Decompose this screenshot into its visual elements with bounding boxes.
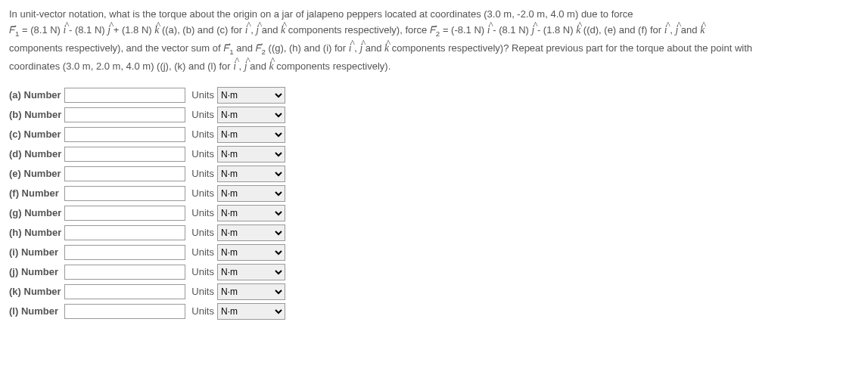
units-select[interactable]: N·m: [217, 87, 285, 104]
j-hat: j: [675, 22, 678, 39]
answer-row: (h) Number Units N·m: [9, 224, 290, 241]
vector-F1: F: [9, 24, 15, 36]
row-label: (c) Number: [9, 126, 64, 143]
i-hat: i: [664, 22, 667, 39]
k-hat: k: [384, 40, 389, 57]
j-hat: j: [107, 22, 110, 39]
answer-row: (b) Number Units N·m: [9, 107, 290, 123]
row-label: (j) Number: [9, 264, 64, 280]
units-label: Units: [190, 107, 217, 123]
units-select[interactable]: N·m: [217, 224, 285, 241]
units-select[interactable]: N·m: [217, 205, 285, 221]
units-select[interactable]: N·m: [217, 146, 285, 163]
answer-row: (g) Number Units N·m: [9, 205, 290, 221]
answer-row: (l) Number Units N·m: [9, 303, 290, 320]
i-hat: i: [349, 40, 352, 57]
answer-row: (e) Number Units N·m: [9, 166, 290, 182]
number-input[interactable]: [64, 284, 185, 299]
vector-F2: F: [430, 24, 436, 36]
units-select[interactable]: N·m: [217, 166, 285, 182]
answer-row: (j) Number Units N·m: [9, 264, 290, 280]
row-label: (l) Number: [9, 303, 64, 320]
number-input[interactable]: [64, 206, 185, 221]
units-label: Units: [190, 166, 217, 182]
units-select[interactable]: N·m: [217, 303, 285, 320]
i-hat: i: [64, 22, 67, 39]
vector-F1: F: [223, 42, 229, 54]
row-label: (a) Number: [9, 87, 64, 104]
answer-row: (c) Number Units N·m: [9, 126, 290, 143]
units-label: Units: [190, 303, 217, 320]
number-input[interactable]: [64, 127, 185, 142]
units-select[interactable]: N·m: [217, 185, 285, 202]
vector-F2: F: [256, 42, 262, 54]
k-hat: k: [700, 22, 705, 39]
row-label: (g) Number: [9, 205, 64, 221]
row-label: (b) Number: [9, 107, 64, 123]
number-input[interactable]: [64, 245, 185, 260]
number-input[interactable]: [64, 166, 185, 181]
units-label: Units: [190, 264, 217, 280]
units-label: Units: [190, 244, 217, 261]
units-label: Units: [190, 205, 217, 221]
i-hat: i: [245, 22, 248, 39]
units-label: Units: [190, 185, 217, 202]
k-hat: k: [576, 22, 580, 39]
units-select[interactable]: N·m: [217, 264, 285, 280]
number-input[interactable]: [64, 265, 185, 280]
j-hat: j: [244, 58, 247, 76]
number-input[interactable]: [64, 304, 185, 319]
units-label: Units: [190, 87, 217, 104]
question-text: In unit-vector notation, what is the tor…: [9, 6, 859, 75]
row-label: (k) Number: [9, 283, 64, 300]
row-label: (f) Number: [9, 185, 64, 202]
answer-grid: (a) Number Units N·m (b) Number Units N·…: [9, 84, 290, 323]
answer-row: (f) Number Units N·m: [9, 185, 290, 202]
number-input[interactable]: [64, 88, 185, 103]
units-label: Units: [190, 146, 217, 163]
j-hat: j: [359, 40, 362, 57]
units-select[interactable]: N·m: [217, 107, 285, 123]
units-select[interactable]: N·m: [217, 244, 285, 261]
i-hat: i: [487, 22, 490, 39]
row-label: (h) Number: [9, 224, 64, 241]
answer-row: (i) Number Units N·m: [9, 244, 290, 261]
units-label: Units: [190, 126, 217, 143]
row-label: (d) Number: [9, 146, 64, 163]
row-label: (i) Number: [9, 244, 64, 261]
units-label: Units: [190, 224, 217, 241]
number-input[interactable]: [64, 147, 185, 162]
row-label: (e) Number: [9, 166, 64, 182]
q-line1: In unit-vector notation, what is the tor…: [9, 8, 633, 20]
number-input[interactable]: [64, 107, 185, 122]
answer-row: (a) Number Units N·m: [9, 87, 290, 104]
j-hat: j: [531, 22, 534, 39]
units-select[interactable]: N·m: [217, 283, 285, 300]
answer-row: (d) Number Units N·m: [9, 146, 290, 163]
number-input[interactable]: [64, 225, 185, 240]
k-hat: k: [269, 58, 274, 76]
units-select[interactable]: N·m: [217, 126, 285, 143]
number-input[interactable]: [64, 186, 185, 201]
k-hat: k: [281, 22, 285, 39]
i-hat: i: [233, 58, 236, 76]
answer-row: (k) Number Units N·m: [9, 283, 290, 300]
k-hat: k: [154, 22, 159, 39]
units-label: Units: [190, 283, 217, 300]
